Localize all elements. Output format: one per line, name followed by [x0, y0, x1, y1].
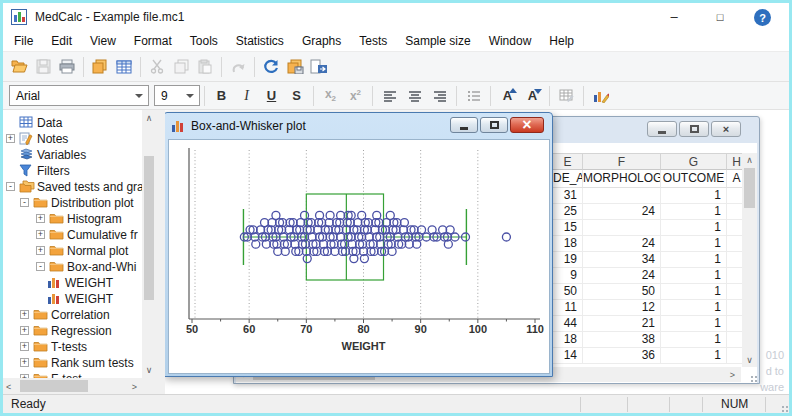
scroll-down-icon[interactable]: ∨ [742, 355, 757, 365]
minimize-button[interactable] [450, 117, 478, 133]
data-cell[interactable]: 1 [661, 252, 727, 268]
data-cell[interactable]: 24 [583, 268, 661, 284]
expand-icon[interactable]: + [6, 134, 15, 143]
sidebar-item-box-and-whi[interactable]: -Box-and-Whi [3, 259, 142, 275]
data-cell[interactable]: 50 [583, 284, 661, 300]
data-cell[interactable]: 18 [553, 236, 583, 252]
collapse-icon[interactable]: - [20, 198, 29, 207]
resize-grip[interactable] [782, 406, 784, 408]
underline-button[interactable]: U [259, 85, 284, 107]
close-button[interactable]: × [711, 121, 741, 137]
variable-name-cell[interactable]: MORPHOLOGY [583, 170, 661, 188]
data-cell[interactable]: 18 [553, 332, 583, 348]
sidebar-item-cumulative-fr[interactable]: +Cumulative fr [3, 227, 142, 243]
data-cell[interactable]: 34 [583, 252, 661, 268]
bold-button[interactable]: B [209, 85, 234, 107]
scrollbar-thumb[interactable] [744, 168, 755, 208]
menu-tests[interactable]: Tests [350, 30, 396, 52]
align-right-button[interactable] [427, 85, 452, 107]
data-cell[interactable]: 15 [553, 220, 583, 236]
data-cell[interactable]: 1 [661, 204, 727, 220]
export-button[interactable] [307, 55, 331, 79]
expand-icon[interactable]: + [36, 214, 45, 223]
data-cell[interactable]: 1 [661, 332, 727, 348]
collapse-icon[interactable]: - [6, 182, 15, 191]
scroll-down-icon[interactable]: ∨ [142, 365, 156, 375]
scrollbar-thumb[interactable] [20, 380, 88, 392]
maximize-button[interactable]: □ [697, 3, 743, 30]
data-cell[interactable]: 38 [583, 332, 661, 348]
save-graph-button[interactable] [283, 55, 307, 79]
column-header[interactable]: G [661, 153, 727, 170]
maximize-button[interactable] [679, 121, 709, 137]
expand-icon[interactable]: + [20, 342, 29, 351]
data-cell[interactable]: 1 [661, 220, 727, 236]
data-cell[interactable]: 50 [553, 284, 583, 300]
sheet-vertical-scrollbar[interactable]: ∧ ∨ [742, 153, 757, 367]
data-cell[interactable]: 24 [583, 236, 661, 252]
scroll-right-icon[interactable]: > [730, 370, 735, 380]
menu-edit[interactable]: Edit [42, 30, 81, 52]
align-center-button[interactable] [402, 85, 427, 107]
copy-graph-button[interactable] [88, 55, 112, 79]
menu-sample-size[interactable]: Sample size [396, 30, 479, 52]
chart-options-button[interactable] [588, 85, 613, 107]
plot-title-bar[interactable]: Box-and-Whisker plot × [165, 113, 552, 139]
sidebar-item-rank-sum-tests[interactable]: +Rank sum tests [3, 355, 142, 371]
refresh-button[interactable] [259, 55, 283, 79]
sidebar-item-variables[interactable]: Variables [3, 147, 142, 163]
data-cell[interactable]: 21 [583, 316, 661, 332]
font-family-select[interactable]: Arial [9, 85, 149, 106]
open-button[interactable] [7, 55, 31, 79]
data-cell[interactable]: 9 [553, 268, 583, 284]
spreadsheet-button[interactable] [112, 55, 136, 79]
expand-icon[interactable]: + [36, 246, 45, 255]
expand-icon[interactable]: + [36, 230, 45, 239]
scroll-up-icon[interactable]: ∧ [742, 155, 757, 165]
close-button[interactable]: × [510, 117, 544, 133]
data-cell[interactable]: 1 [661, 268, 727, 284]
data-cell[interactable]: 14 [553, 348, 583, 364]
panel-splitter[interactable] [156, 110, 165, 394]
data-cell[interactable]: 31 [553, 188, 583, 204]
data-cell[interactable]: 24 [583, 204, 661, 220]
sidebar-item-filters[interactable]: Filters [3, 163, 142, 179]
expand-icon[interactable]: + [20, 358, 29, 367]
font-size-select[interactable]: 9 [154, 85, 200, 106]
data-cell[interactable]: 1 [661, 348, 727, 364]
menu-file[interactable]: File [5, 30, 42, 52]
data-cell[interactable]: 36 [583, 348, 661, 364]
sidebar-item-correlation[interactable]: +Correlation [3, 307, 142, 323]
print-button[interactable] [55, 55, 79, 79]
sidebar-item-regression[interactable]: +Regression [3, 323, 142, 339]
sidebar-item-distribution-plot[interactable]: -Distribution plot [3, 195, 142, 211]
expand-icon[interactable]: + [20, 310, 29, 319]
align-left-button[interactable] [377, 85, 402, 107]
sidebar-item-f-test[interactable]: +F-test [3, 371, 142, 378]
scrollbar-thumb[interactable] [144, 156, 154, 300]
minimize-button[interactable]: – [651, 3, 697, 30]
expand-icon[interactable]: + [20, 326, 29, 335]
grow-font-button[interactable]: A [495, 85, 520, 107]
data-cell[interactable] [583, 220, 661, 236]
strikethrough-button[interactable]: S [284, 85, 309, 107]
sidebar-item-normal-plot[interactable]: +Normal plot [3, 243, 142, 259]
sidebar-item-weight[interactable]: WEIGHT [3, 291, 142, 307]
minimize-button[interactable] [647, 121, 677, 137]
column-header[interactable]: F [583, 153, 661, 170]
column-header[interactable]: E [553, 153, 583, 170]
variable-name-cell[interactable]: DE_A [553, 170, 583, 188]
data-cell[interactable] [583, 188, 661, 204]
scroll-left-icon[interactable]: < [6, 382, 11, 392]
data-cell[interactable]: 1 [661, 300, 727, 316]
data-cell[interactable]: 12 [583, 300, 661, 316]
menu-help[interactable]: Help [540, 30, 583, 52]
tree-vertical-scrollbar[interactable]: ∧ ∨ [142, 110, 156, 378]
variable-name-cell[interactable]: OUTCOME [661, 170, 727, 188]
menu-statistics[interactable]: Statistics [227, 30, 293, 52]
collapse-icon[interactable]: - [36, 262, 45, 271]
menu-window[interactable]: Window [480, 30, 541, 52]
scroll-right-icon[interactable]: > [132, 382, 137, 392]
data-cell[interactable]: 19 [553, 252, 583, 268]
resize-grip[interactable] [751, 376, 753, 378]
